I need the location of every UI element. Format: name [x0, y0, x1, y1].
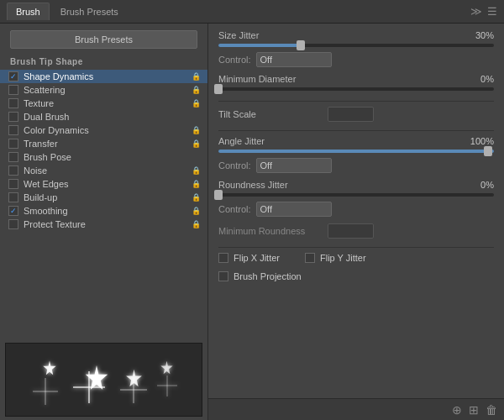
- tilt-scale-input[interactable]: [328, 107, 374, 122]
- min-roundness-input[interactable]: [328, 223, 374, 239]
- divider-3: [218, 247, 494, 248]
- tab-brush[interactable]: Brush: [7, 3, 50, 20]
- angle-jitter-control-label: Control:: [218, 160, 251, 171]
- brush-item-shape-dynamics[interactable]: ✓ Shape Dynamics 🔒: [0, 70, 207, 83]
- brush-item-noise[interactable]: Noise 🔒: [0, 164, 207, 177]
- tilt-scale-row: Tilt Scale: [218, 107, 494, 122]
- checkbox-wet-edges[interactable]: [8, 179, 18, 189]
- flip-x-label: Flip X Jitter: [234, 253, 280, 263]
- roundness-jitter-control-label: Control:: [218, 204, 251, 214]
- brush-projection-row: Brush Projection: [218, 271, 494, 281]
- flip-y-label: Flip Y Jitter: [320, 253, 366, 263]
- flip-x-checkbox[interactable]: [218, 253, 228, 263]
- lock-icon-7: 🔒: [192, 166, 201, 175]
- checkbox-brush-pose[interactable]: [8, 152, 18, 162]
- label-transfer: Transfer: [24, 139, 188, 149]
- lock-icon-4: 🔒: [192, 126, 201, 134]
- create-new-icon[interactable]: ⊕: [452, 403, 462, 417]
- angle-jitter-control-select[interactable]: Off: [256, 158, 332, 173]
- size-jitter-control-label: Control:: [218, 55, 251, 65]
- bottom-bar: ⊕ ⊞ 🗑: [208, 398, 504, 420]
- min-diameter-value: 0%: [464, 74, 494, 84]
- checkbox-shape-dynamics[interactable]: ✓: [8, 71, 18, 81]
- delete-icon[interactable]: 🗑: [486, 403, 497, 417]
- label-shape-dynamics: Shape Dynamics: [24, 71, 188, 81]
- lock-icon-9: 🔒: [192, 193, 201, 202]
- roundness-jitter-row: Roundness Jitter 0%: [218, 180, 494, 190]
- brush-tip-shape-title: Brush Tip Shape: [0, 54, 207, 70]
- angle-jitter-control-row: Control: Off: [218, 158, 494, 173]
- brush-item-color-dynamics[interactable]: Color Dynamics 🔒: [0, 123, 207, 137]
- brush-item-buildup[interactable]: Build-up 🔒: [0, 191, 207, 204]
- angle-jitter-row: Angle Jitter 100%: [218, 136, 494, 146]
- lock-icon-8: 🔒: [192, 180, 201, 188]
- angle-jitter-label: Angle Jitter: [218, 136, 328, 146]
- checkbox-buildup[interactable]: [8, 192, 18, 202]
- label-buildup: Build-up: [24, 192, 188, 202]
- min-roundness-row: Minimum Roundness: [218, 223, 494, 239]
- label-protect-texture: Protect Texture: [24, 219, 188, 229]
- checkbox-smoothing[interactable]: ✓: [8, 206, 18, 216]
- main-layout: Brush Presets Brush Tip Shape ✓ Shape Dy…: [0, 24, 504, 420]
- label-noise: Noise: [24, 165, 188, 176]
- brush-presets-button[interactable]: Brush Presets: [10, 30, 197, 49]
- divider-2: [218, 130, 494, 131]
- lock-icon-0: 🔒: [192, 72, 201, 81]
- flip-row: Flip X Jitter Flip Y Jitter: [218, 253, 494, 266]
- checkbox-transfer[interactable]: [8, 139, 18, 149]
- brush-item-dual-brush[interactable]: Dual Brush: [0, 110, 207, 123]
- brush-item-wet-edges[interactable]: Wet Edges 🔒: [0, 177, 207, 191]
- roundness-jitter-slider[interactable]: [218, 193, 494, 197]
- roundness-jitter-control-row: Control: Off: [218, 202, 494, 217]
- checkbox-protect-texture[interactable]: [8, 219, 18, 229]
- right-panel: Size Jitter 30% Control: Off Minimum Dia…: [208, 24, 504, 420]
- flip-y-row: Flip Y Jitter: [305, 253, 366, 263]
- brush-item-smoothing[interactable]: ✓ Smoothing 🔒: [0, 204, 207, 218]
- min-roundness-label: Minimum Roundness: [218, 226, 328, 236]
- label-wet-edges: Wet Edges: [24, 179, 188, 189]
- label-brush-pose: Brush Pose: [24, 152, 201, 162]
- checkbox-texture[interactable]: [8, 98, 18, 108]
- angle-jitter-value: 100%: [464, 136, 494, 146]
- checkbox-scattering[interactable]: [8, 85, 18, 95]
- angle-jitter-slider[interactable]: [218, 150, 494, 153]
- left-panel: Brush Presets Brush Tip Shape ✓ Shape Dy…: [0, 24, 208, 420]
- size-jitter-control-select[interactable]: Off: [256, 52, 332, 67]
- tab-brush-presets[interactable]: Brush Presets: [51, 3, 128, 20]
- brush-item-transfer[interactable]: Transfer 🔒: [0, 137, 207, 150]
- brush-item-protect-texture[interactable]: Protect Texture 🔒: [0, 218, 207, 231]
- tab-bar: Brush Brush Presets ≫ ☰: [0, 0, 504, 24]
- brush-item-texture[interactable]: Texture 🔒: [0, 97, 207, 110]
- svg-marker-3: [160, 361, 172, 375]
- size-jitter-control-row: Control: Off: [218, 52, 494, 67]
- checkbox-dual-brush[interactable]: [8, 112, 18, 122]
- roundness-jitter-label: Roundness Jitter: [218, 180, 328, 190]
- tilt-scale-label: Tilt Scale: [218, 109, 328, 119]
- lock-icon-2: 🔒: [192, 99, 201, 108]
- lock-icon-10: 🔒: [192, 207, 201, 215]
- size-jitter-slider[interactable]: [218, 44, 494, 47]
- flip-x-row: Flip X Jitter: [218, 253, 280, 263]
- expand-icon[interactable]: ≫: [470, 5, 482, 18]
- menu-icon[interactable]: ☰: [487, 5, 497, 18]
- min-diameter-slider[interactable]: [218, 87, 494, 91]
- roundness-jitter-value: 0%: [464, 180, 494, 190]
- brush-projection-checkbox[interactable]: [218, 271, 228, 281]
- label-color-dynamics: Color Dynamics: [24, 125, 188, 135]
- grid-view-icon[interactable]: ⊞: [469, 403, 479, 417]
- min-diameter-row: Minimum Diameter 0%: [218, 74, 494, 84]
- label-smoothing: Smoothing: [24, 206, 188, 216]
- label-texture: Texture: [24, 98, 188, 108]
- brush-preview: [5, 343, 202, 417]
- label-dual-brush: Dual Brush: [24, 112, 201, 122]
- checkbox-color-dynamics[interactable]: [8, 125, 18, 135]
- lock-icon-5: 🔒: [192, 139, 201, 148]
- brush-item-scattering[interactable]: Scattering 🔒: [0, 83, 207, 97]
- roundness-jitter-control-select[interactable]: Off: [256, 202, 332, 217]
- lock-icon-1: 🔒: [192, 86, 201, 94]
- brush-item-brush-pose[interactable]: Brush Pose: [0, 150, 207, 164]
- label-scattering: Scattering: [24, 85, 188, 95]
- checkbox-noise[interactable]: [8, 165, 18, 176]
- svg-marker-0: [43, 361, 55, 375]
- flip-y-checkbox[interactable]: [305, 253, 315, 263]
